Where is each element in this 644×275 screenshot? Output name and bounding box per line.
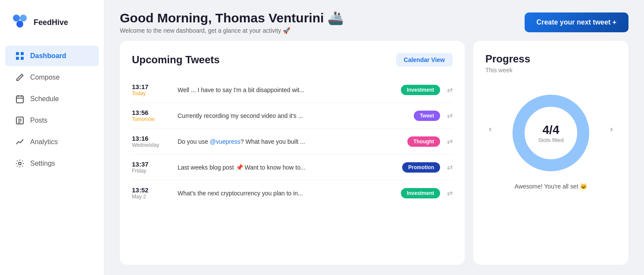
posts-icon	[16, 116, 24, 125]
svg-rect-3	[16, 52, 19, 55]
sidebar-item-analytics[interactable]: Analytics	[5, 132, 99, 152]
svg-point-0	[13, 15, 20, 22]
app-name: FeedHive	[34, 18, 68, 27]
table-row: 13:56 Tomorrow Currently recording my se…	[132, 103, 453, 129]
main-content: Good Morning, Thomas Venturini 🚢 Welcome…	[104, 0, 644, 275]
tweet-time: 13:52 May 2	[132, 186, 171, 200]
tweet-list: 13:17 Today Well ... I have to say I'm a…	[132, 77, 453, 206]
sidebar-item-settings[interactable]: Settings	[5, 153, 99, 174]
table-row: 13:52 May 2 What's the next cryptocurren…	[132, 180, 453, 206]
content-area: Upcoming Tweets Calendar View 13:17 Toda…	[104, 41, 644, 275]
progress-prev-button[interactable]: ‹	[485, 121, 495, 137]
sidebar-label-dashboard: Dashboard	[30, 52, 66, 60]
retweet-icon[interactable]: ⇄	[447, 163, 453, 171]
page-header: Good Morning, Thomas Venturini 🚢 Welcome…	[104, 0, 644, 41]
calendar-icon	[16, 95, 24, 103]
edit-icon	[16, 73, 24, 82]
grid-icon	[16, 52, 24, 60]
tag-tweet: Tweet	[414, 111, 440, 121]
sidebar-label-analytics: Analytics	[30, 138, 58, 146]
create-tweet-button[interactable]: Create your next tweet +	[525, 12, 628, 32]
progress-message: Awesome! You're all set 🐱	[515, 183, 588, 190]
tweet-text: Last weeks blog post 📌 Want to know how …	[178, 164, 395, 171]
tag-investment: Investment	[401, 188, 440, 198]
tweets-card-title: Upcoming Tweets	[132, 54, 220, 66]
progress-header: Progress This week	[485, 53, 616, 74]
greeting-block: Good Morning, Thomas Venturini 🚢 Welcome…	[120, 10, 344, 34]
tag-promotion: Promotion	[402, 162, 440, 173]
progress-subtitle: This week	[485, 67, 616, 74]
sidebar-item-posts[interactable]: Posts	[5, 110, 99, 131]
chart-icon	[16, 138, 24, 146]
feedhive-logo-icon	[10, 13, 29, 32]
table-row: 13:17 Today Well ... I have to say I'm a…	[132, 77, 453, 103]
retweet-icon[interactable]: ⇄	[447, 137, 453, 145]
table-row: 13:37 Friday Last weeks blog post 📌 Want…	[132, 154, 453, 180]
tweet-text: Do you use @vuepress? What have you buil…	[178, 138, 400, 145]
sidebar-label-schedule: Schedule	[30, 95, 59, 103]
tweet-text: What's the next cryptocurrency you plan …	[178, 190, 394, 197]
tweet-time: 13:37 Friday	[132, 161, 171, 174]
svg-rect-5	[16, 57, 19, 60]
sidebar-label-settings: Settings	[30, 160, 55, 167]
retweet-icon[interactable]: ⇄	[447, 111, 453, 120]
sidebar-label-compose: Compose	[30, 74, 59, 81]
greeting-title: Good Morning, Thomas Venturini 🚢	[120, 10, 344, 25]
svg-rect-4	[21, 52, 24, 55]
tweets-card-header: Upcoming Tweets Calendar View	[132, 53, 453, 67]
svg-point-2	[16, 21, 23, 28]
svg-rect-6	[21, 57, 24, 60]
donut-value: 4/4	[538, 123, 563, 137]
sidebar-nav: Dashboard Compose Schedule	[0, 45, 104, 175]
progress-card: Progress This week ‹ 4/4 Slots filled	[473, 41, 628, 265]
svg-rect-7	[16, 96, 23, 103]
upcoming-tweets-card: Upcoming Tweets Calendar View 13:17 Toda…	[120, 41, 465, 265]
table-row: 13:16 Wednesday Do you use @vuepress? Wh…	[132, 129, 453, 154]
donut-center: 4/4 Slots filled	[538, 123, 563, 143]
tweet-time: 13:56 Tomorrow	[132, 109, 171, 122]
logo-container: FeedHive	[0, 9, 104, 45]
progress-title: Progress	[485, 53, 616, 65]
retweet-icon[interactable]: ⇄	[447, 86, 453, 94]
sidebar-item-schedule[interactable]: Schedule	[5, 89, 99, 109]
gear-icon	[16, 159, 24, 168]
tag-investment: Investment	[401, 85, 440, 95]
tweet-text: Well ... I have to say I'm a bit disappo…	[178, 87, 394, 93]
retweet-icon[interactable]: ⇄	[447, 189, 453, 197]
sidebar-item-compose[interactable]: Compose	[5, 67, 99, 88]
tweet-text: Currently recording my second video and …	[178, 112, 407, 119]
progress-next-button[interactable]: ›	[606, 121, 616, 137]
calendar-view-button[interactable]: Calendar View	[396, 53, 453, 67]
sidebar: FeedHive Dashboard Compose	[0, 0, 104, 275]
donut-label: Slots filled	[538, 137, 563, 143]
tweet-time: 13:16 Wednesday	[132, 135, 171, 148]
tag-thought: Thought	[407, 136, 440, 147]
tweet-time: 13:17 Today	[132, 83, 171, 96]
svg-point-1	[20, 15, 27, 22]
sidebar-label-posts: Posts	[30, 117, 47, 124]
svg-point-9	[19, 162, 21, 165]
sidebar-item-dashboard[interactable]: Dashboard	[5, 46, 99, 66]
progress-donut: 4/4 Slots filled	[508, 90, 594, 176]
greeting-subtitle: Welcome to the new dashboard, get a glan…	[120, 27, 344, 34]
